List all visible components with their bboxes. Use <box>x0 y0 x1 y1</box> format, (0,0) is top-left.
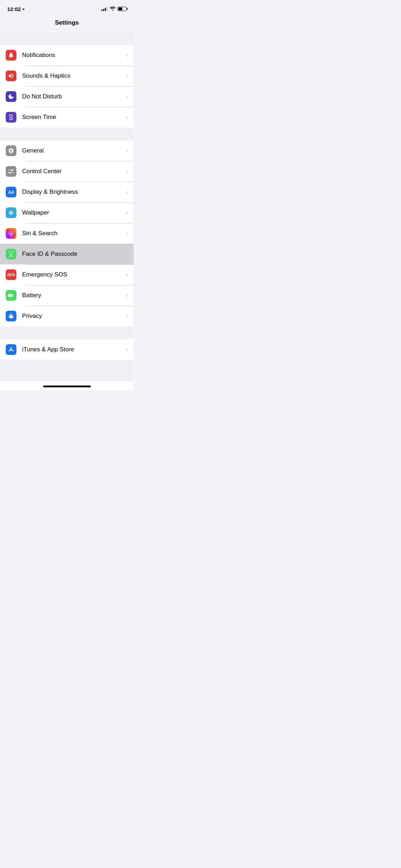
status-bar: 12:02 ➤ <box>0 0 134 16</box>
settings-row-donotdisturb[interactable]: Do Not Disturb › <box>0 86 134 107</box>
wallpaper-label: Wallpaper <box>22 209 126 216</box>
settings-row-privacy[interactable]: Privacy › <box>0 306 134 326</box>
svg-point-2 <box>9 169 11 171</box>
settings-row-screentime[interactable]: Screen Time › <box>0 107 134 128</box>
status-time: 12:02 ➤ <box>7 6 25 12</box>
time-label: 12:02 <box>7 6 21 12</box>
privacy-icon <box>6 311 16 321</box>
appstore-chevron: › <box>126 346 128 353</box>
home-indicator-bar <box>0 381 134 390</box>
svg-point-9 <box>9 211 10 212</box>
battery-chevron: › <box>126 292 128 299</box>
siri-chevron: › <box>126 230 128 237</box>
faceid-chevron: › <box>126 251 128 257</box>
sos-chevron: › <box>126 272 128 278</box>
wifi-icon <box>110 6 115 12</box>
status-icons <box>101 6 127 12</box>
general-label: General <box>22 147 126 154</box>
svg-point-4 <box>10 212 12 214</box>
screentime-label: Screen Time <box>22 114 126 121</box>
settings-row-sounds[interactable]: Sounds & Haptics › <box>0 66 134 86</box>
general-chevron: › <box>126 148 128 154</box>
settings-row-wallpaper[interactable]: Wallpaper › <box>0 202 134 223</box>
general-icon <box>6 145 16 156</box>
page-title: Settings <box>0 16 134 32</box>
section-divider-bottom <box>0 326 134 339</box>
notifications-icon <box>6 50 16 61</box>
faceid-icon <box>6 249 16 259</box>
faceid-label: Face ID & Passcode <box>22 250 126 258</box>
screentime-chevron: › <box>126 114 128 120</box>
settings-row-faceid[interactable]: Face ID & Passcode › <box>0 244 134 264</box>
display-icon: AA <box>6 187 16 197</box>
svg-point-3 <box>11 172 13 174</box>
display-label: Display & Brightness <box>22 188 126 196</box>
bottom-fill <box>0 360 134 381</box>
signal-icon <box>101 7 108 11</box>
settings-section-store: iTunes & App Store › <box>0 339 134 360</box>
privacy-chevron: › <box>126 313 128 319</box>
section-divider-middle <box>0 128 134 140</box>
sounds-label: Sounds & Haptics <box>22 72 126 79</box>
siri-label: Siri & Search <box>22 230 126 237</box>
notifications-label: Notifications <box>22 52 126 59</box>
siri-icon <box>6 228 16 239</box>
donotdisturb-icon <box>6 91 16 102</box>
appstore-label: iTunes & App Store <box>22 346 126 353</box>
svg-rect-15 <box>9 294 12 296</box>
battery-label: Battery <box>22 292 126 299</box>
settings-section-notifications: Notifications › Sounds & Haptics › Do No… <box>0 45 134 128</box>
settings-row-battery[interactable]: Battery › <box>0 285 134 306</box>
controlcenter-icon <box>6 166 16 177</box>
location-arrow-icon: ➤ <box>22 7 25 11</box>
appstore-icon <box>6 344 16 355</box>
settings-row-appstore[interactable]: iTunes & App Store › <box>0 339 134 360</box>
sos-icon: SOS <box>6 269 16 280</box>
settings-row-notifications[interactable]: Notifications › <box>0 45 134 66</box>
wallpaper-icon <box>6 207 16 218</box>
svg-point-11 <box>9 213 10 215</box>
svg-point-7 <box>9 212 10 213</box>
notifications-chevron: › <box>126 52 128 58</box>
settings-row-controlcenter[interactable]: Control Center › <box>0 161 134 182</box>
settings-row-siri[interactable]: Siri & Search › <box>0 223 134 244</box>
controlcenter-chevron: › <box>126 168 128 175</box>
settings-row-sos[interactable]: SOS Emergency SOS › <box>0 264 134 285</box>
sos-label: Emergency SOS <box>22 271 126 278</box>
sounds-chevron: › <box>126 73 128 79</box>
svg-point-6 <box>10 214 12 215</box>
settings-row-display[interactable]: AA Display & Brightness › <box>0 182 134 202</box>
battery-icon-row <box>6 290 16 301</box>
svg-point-10 <box>12 211 13 212</box>
display-chevron: › <box>126 189 128 195</box>
donotdisturb-chevron: › <box>126 93 128 100</box>
battery-status-icon <box>118 7 127 11</box>
svg-point-5 <box>10 211 12 212</box>
section-divider-top <box>0 32 134 45</box>
sounds-icon <box>6 71 16 81</box>
privacy-label: Privacy <box>22 312 126 320</box>
home-indicator <box>43 386 91 387</box>
wallpaper-chevron: › <box>126 210 128 216</box>
svg-point-8 <box>12 212 14 213</box>
settings-row-general[interactable]: General › <box>0 140 134 161</box>
screentime-icon <box>6 112 16 123</box>
controlcenter-label: Control Center <box>22 168 126 175</box>
settings-section-display: General › Control Center › AA Display & … <box>0 140 134 326</box>
svg-point-12 <box>12 213 13 215</box>
donotdisturb-label: Do Not Disturb <box>22 93 126 100</box>
